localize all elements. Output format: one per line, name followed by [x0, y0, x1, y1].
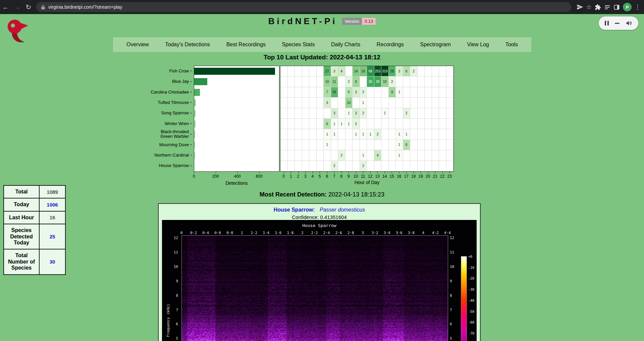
send-icon[interactable]	[577, 4, 583, 10]
heatmap-cell: 2	[360, 161, 367, 171]
bookmark-star-icon[interactable]: ☆	[586, 4, 592, 10]
heatmap-cell	[338, 87, 345, 98]
back-button[interactable]: ←	[0, 3, 11, 11]
hour-tick-mark	[385, 172, 385, 173]
heatmap-cell: 1	[360, 150, 367, 161]
nav-item-recordings[interactable]: Recordings	[377, 42, 404, 48]
heatmap-cell	[374, 98, 382, 108]
hour-tick-mark	[305, 172, 306, 173]
spectrogram-freq-tick: 8	[170, 293, 178, 298]
hour-tick-mark	[442, 172, 443, 173]
nav-item-spectrogram[interactable]: Spectrogram	[420, 42, 451, 48]
heatmap-cell	[418, 87, 425, 98]
hour-tick-label: 2	[297, 174, 299, 179]
spectrogram-time-tick: 4	[422, 231, 425, 235]
volume-icon[interactable]	[626, 20, 632, 26]
spectrogram-freq-tick: 7	[450, 308, 458, 312]
colorbar-tick: -70	[468, 332, 474, 335]
hour-tick-mark	[428, 172, 428, 173]
nav-item-daily-charts[interactable]: Daily Charts	[331, 42, 360, 48]
heatmap-cell	[280, 76, 288, 87]
spectrogram-time-tick: 3·2	[372, 231, 378, 235]
heatmap-cell	[439, 161, 446, 171]
heatmap-cell	[374, 161, 382, 171]
heatmap-cell	[381, 129, 389, 139]
heatmap-cell	[418, 119, 425, 129]
heatmap-cell: 6	[403, 140, 411, 150]
heatmap-cell	[418, 129, 425, 139]
species-label-text: House Sparrow	[159, 163, 189, 168]
heatmap-cell	[432, 140, 439, 150]
heatmap-cell	[432, 119, 439, 129]
spectrogram-time-tick: 3·6	[396, 231, 402, 235]
seek-bar[interactable]	[615, 23, 620, 24]
stats-value-link[interactable]: 1006	[39, 198, 65, 211]
hour-tick-label: 13	[375, 174, 380, 179]
stats-value-link[interactable]: 25	[39, 224, 65, 249]
heatmap-cell	[418, 140, 425, 150]
hour-tick-mark	[341, 172, 342, 173]
nav-item-today-s-detections[interactable]: Today's Detections	[165, 42, 210, 48]
hour-tick-mark	[392, 172, 392, 173]
heatmap-cell	[302, 76, 310, 87]
heatmap-cell	[309, 161, 317, 171]
heatmap-cell	[410, 87, 418, 98]
nav-item-species-stats[interactable]: Species Stats	[282, 42, 315, 48]
axis-tick	[190, 92, 192, 92]
nav-item-best-recordings[interactable]: Best Recordings	[226, 42, 266, 48]
heatmap-cell: 1	[403, 129, 411, 139]
heatmap-cell: 5	[345, 87, 353, 98]
browser-menu-icon[interactable]: ⋮	[635, 4, 641, 10]
stats-value-link[interactable]: 30	[39, 249, 65, 274]
hour-tick-label: 11	[361, 174, 365, 179]
colorbar-tick: -30	[468, 288, 474, 291]
spectrogram-title: House Sparrow	[162, 223, 477, 228]
axis-tick	[190, 145, 192, 145]
url-bar[interactable]: virginia.birdnetpi.com/?stream=play	[36, 2, 571, 12]
forward-button[interactable]: →	[11, 3, 23, 11]
species-label-text: Black-throated Green Warbler	[149, 129, 189, 139]
heatmap-cell: 1	[331, 119, 338, 129]
hour-tick-label: 10	[354, 174, 358, 179]
species-label-text: Tufted Titmouse	[158, 100, 189, 105]
extensions-icon[interactable]	[595, 4, 601, 10]
heatmap-cell: 2	[345, 76, 353, 87]
hour-tick-mark	[334, 172, 334, 173]
nav-item-tools[interactable]: Tools	[505, 42, 518, 48]
heatmap-cell	[446, 87, 454, 98]
page-title: BirdNET-Pi	[268, 16, 337, 26]
species-label-text: Winter Wren	[165, 121, 189, 126]
side-panel-icon[interactable]	[613, 4, 620, 10]
heatmap-cell	[432, 98, 439, 108]
heatmap-cell	[425, 98, 432, 108]
spectrogram-time-tick: 2·8	[347, 231, 354, 235]
heatmap-cell	[280, 87, 288, 98]
spectrogram-time-tick: 1·2	[251, 231, 257, 235]
heatmap-cell: 1	[381, 108, 389, 119]
top10-heading: Top 10 Last Updated: 2022-04-13 18:12	[0, 54, 644, 61]
reading-list-icon[interactable]	[604, 4, 610, 10]
heatmap-cell	[295, 66, 302, 76]
stats-table: Total1089Today1006Last Hour16Species Det…	[3, 185, 66, 275]
nav-item-view-log[interactable]: View Log	[467, 42, 489, 48]
hour-tick-mark	[348, 172, 349, 173]
audio-player[interactable]	[599, 16, 638, 30]
profile-avatar[interactable]: P	[623, 3, 632, 11]
heatmap-cell	[425, 76, 432, 87]
heatmap-cell	[374, 87, 382, 98]
hour-tick-label: 19	[419, 174, 423, 179]
heatmap-cell	[396, 76, 403, 87]
detection-title: House Sparrow: Passer domesticus	[159, 207, 480, 213]
species-label-text: Carolina Chickadee	[151, 90, 189, 95]
reload-button[interactable]: ↻	[23, 3, 34, 11]
heatmap-cell: 10	[345, 98, 353, 108]
lock-icon	[41, 5, 45, 10]
heatmap-cell	[425, 66, 432, 76]
heatmap-cell	[381, 140, 389, 150]
heatmap-cell: 3	[353, 108, 360, 119]
pause-button[interactable]	[605, 21, 609, 25]
hour-tick-label: 16	[397, 174, 401, 179]
detections-bar-chart	[194, 66, 279, 172]
nav-item-overview[interactable]: Overview	[126, 42, 149, 48]
heatmap-cell	[317, 150, 324, 161]
